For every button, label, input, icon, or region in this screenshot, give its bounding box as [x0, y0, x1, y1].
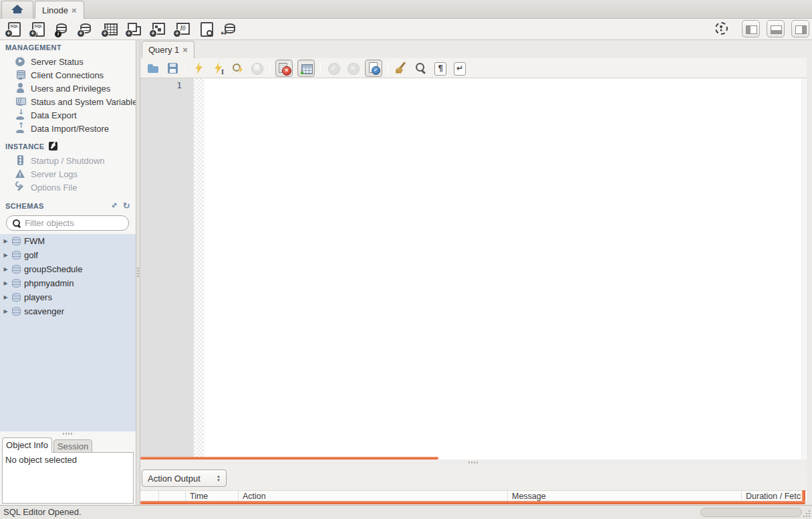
output-splitter[interactable] [140, 459, 807, 465]
tab-session[interactable]: Session [53, 439, 92, 453]
schemas-title: SCHEMAS [5, 202, 44, 210]
data-import-icon [15, 123, 26, 134]
chevron-right-icon[interactable]: ▶ [3, 294, 9, 300]
search-icon [12, 219, 21, 227]
sidebar-item[interactable]: Status and System Variables [0, 95, 136, 108]
refresh-icon[interactable]: ↻ [123, 201, 130, 210]
rollback-icon[interactable] [346, 61, 360, 76]
toggle-right-panel-button[interactable] [791, 20, 809, 37]
stop-icon[interactable] [249, 61, 264, 76]
column-header-action[interactable]: Action [239, 491, 508, 502]
output-horizontal-scrollbar[interactable] [140, 501, 805, 504]
magnifier-icon [207, 30, 213, 36]
close-icon[interactable]: × [182, 45, 188, 55]
chevron-right-icon[interactable]: ▶ [3, 280, 9, 286]
sidebar-item-label: Data Export [31, 110, 77, 120]
sql-editor[interactable]: 1 [140, 78, 807, 459]
output-vertical-scrollbar[interactable] [802, 490, 805, 501]
save-icon[interactable] [165, 61, 180, 76]
schema-row[interactable]: ▶ scavenger [0, 304, 136, 318]
view-plus-icon[interactable] [124, 21, 142, 38]
sidebar-item[interactable]: Server Status [0, 55, 136, 68]
query-tab[interactable]: Query 1 × [142, 41, 194, 58]
sidebar-item[interactable]: Startup / Shutdown [0, 154, 136, 167]
open-file-icon[interactable] [146, 61, 160, 76]
broom-icon[interactable] [394, 61, 408, 76]
close-icon[interactable]: × [72, 5, 77, 15]
sidebar-item[interactable]: Users and Privileges [0, 82, 136, 95]
schema-name: FWM [24, 236, 45, 246]
pilcrow-icon[interactable] [432, 61, 447, 76]
chevron-right-icon[interactable]: ▶ [3, 266, 9, 272]
output-selector-dropdown[interactable]: Action Output ▲▼ [142, 470, 227, 487]
sidebar-item[interactable]: Options File [0, 181, 136, 194]
output-grid-header: Time Action Message Duration / Fetch [140, 490, 807, 501]
schemas-section-header: SCHEMAS ↕ ↻ [5, 201, 130, 210]
query-tab-bar: Query 1 × [140, 40, 812, 58]
chevron-right-icon[interactable]: ▶ [3, 308, 9, 314]
sidebar-item[interactable]: Server Logs [0, 167, 136, 181]
toggle-bottom-panel-button[interactable] [767, 20, 785, 37]
main-toolbar-right-group [714, 20, 809, 37]
column-header-message[interactable]: Message [508, 491, 742, 502]
schema-row[interactable]: ▶ FWM [0, 234, 136, 248]
schema-filter-box[interactable] [6, 215, 129, 231]
schema-row[interactable]: ▶ golf [0, 248, 136, 262]
schema-icon [12, 237, 21, 245]
status-bar: SQL Editor Opened. [0, 505, 812, 519]
column-header-duration[interactable]: Duration / Fetch [742, 491, 801, 502]
explain-icon[interactable] [230, 61, 245, 76]
sidebar-item[interactable]: Data Import/Restore [0, 122, 136, 135]
admin-gear-icon[interactable] [714, 21, 730, 37]
chevron-right-icon[interactable]: ▶ [3, 252, 9, 258]
editor-vertical-scrollbar[interactable] [801, 78, 807, 459]
table-plus-icon[interactable] [100, 21, 118, 38]
schema-row[interactable]: ▶ players [0, 290, 136, 304]
statusbar-scroll-pill[interactable] [700, 508, 802, 517]
column-header-index[interactable] [159, 491, 186, 502]
sidebar-item[interactable]: Data Export [0, 108, 136, 122]
new-sql-doc-icon[interactable] [4, 21, 21, 38]
sidebar-item[interactable]: Client Connections [0, 68, 136, 82]
execute-current-icon[interactable] [211, 61, 225, 76]
limit-rows-icon[interactable] [297, 60, 315, 77]
main-toolbar-left-group: i ↔ [0, 21, 238, 38]
search-data-icon[interactable] [196, 21, 214, 38]
home-tab[interactable] [1, 1, 33, 19]
column-header-time[interactable]: Time [186, 491, 239, 502]
schema-row[interactable]: ▶ phpmyadmin [0, 276, 136, 290]
expand-arrows-icon[interactable]: ↕ [110, 201, 120, 211]
proc-plus-icon[interactable] [148, 21, 166, 38]
toolbar-separator [320, 62, 321, 74]
db-plus-icon[interactable] [76, 21, 94, 38]
execute-bolt-icon[interactable] [191, 61, 206, 76]
open-sql-file-icon[interactable] [28, 21, 45, 38]
db-sync-icon[interactable]: ↔ [221, 21, 238, 38]
schema-row[interactable]: ▶ groupSchedule [0, 262, 136, 276]
autocommit-icon[interactable] [365, 60, 382, 77]
stop-on-error-icon[interactable] [275, 60, 293, 77]
chevron-right-icon[interactable]: ▶ [3, 238, 9, 244]
server-logs-icon [15, 169, 26, 179]
instance-section-header: INSTANCE [5, 142, 57, 150]
vertical-splitter[interactable] [136, 40, 140, 505]
connection-tab[interactable]: Linode × [35, 1, 84, 19]
commit-icon[interactable] [326, 61, 341, 76]
schema-list: ▶ FWM ▶ golf ▶ groupSchedule ▶ phpmyadmi… [0, 234, 136, 431]
fold-margin [194, 78, 205, 459]
sidebar-item-label: Status and System Variables [31, 97, 136, 107]
toolbar-separator [269, 62, 270, 74]
tab-object-info[interactable]: Object Info [2, 437, 52, 453]
schema-name: players [24, 292, 52, 302]
find-icon[interactable] [413, 61, 428, 76]
wrap-icon[interactable] [452, 61, 466, 76]
schema-filter-input[interactable] [25, 218, 118, 228]
client-connections-icon [15, 70, 26, 80]
column-header-status[interactable] [140, 491, 159, 502]
db-info-icon[interactable]: i [52, 21, 70, 38]
schema-name: scavenger [24, 306, 64, 316]
func-plus-icon[interactable] [172, 21, 190, 38]
sidebar-splitter[interactable] [0, 431, 136, 436]
toggle-left-panel-button[interactable] [742, 20, 760, 37]
resize-grip-icon[interactable] [803, 510, 811, 518]
